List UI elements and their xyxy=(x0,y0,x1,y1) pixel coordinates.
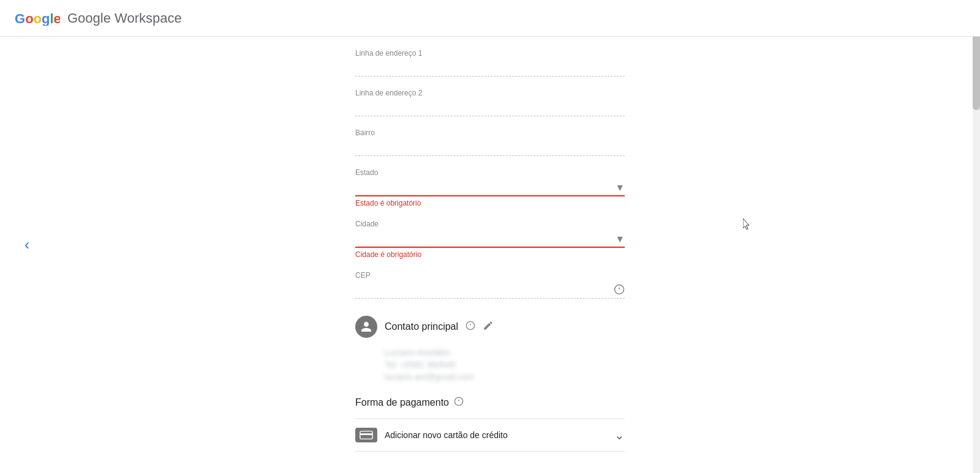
contact-phone: Tel: +5581 994540 xyxy=(385,360,625,370)
form-container: Linha de endereço 1 Linha de endereço 2 … xyxy=(343,49,637,452)
neighborhood-group: Bairro xyxy=(355,128,625,156)
expand-chevron-icon: ⌄ xyxy=(614,428,625,442)
payment-header: Forma de pagamento xyxy=(355,397,625,409)
city-error: Cidade é obrigatório xyxy=(355,250,625,259)
city-row: ▼ xyxy=(355,231,625,248)
contact-name: Luciario Antoldes xyxy=(385,348,625,357)
address-line-1-label: Linha de endereço 1 xyxy=(355,49,625,58)
google-logo: Google xyxy=(15,11,60,26)
cep-row xyxy=(355,282,625,299)
cep-label: CEP xyxy=(355,271,625,280)
svg-rect-11 xyxy=(360,433,372,435)
neighborhood-label: Bairro xyxy=(355,128,625,137)
state-error: Estado é obrigatório xyxy=(355,199,625,207)
back-button[interactable]: ‹ xyxy=(15,233,39,257)
add-card-label: Adicionar novo cartão de crédito xyxy=(385,430,607,440)
payment-info-icon[interactable] xyxy=(454,397,464,409)
cep-info-icon[interactable] xyxy=(614,284,625,297)
state-label: Estado xyxy=(355,168,625,177)
scrollbar-track[interactable] xyxy=(973,0,980,473)
city-group: Cidade ▼ Cidade é obrigatório xyxy=(355,220,625,259)
contact-email: luciario.ant@gmail.com xyxy=(385,372,625,382)
state-group: Estado ▼ Estado é obrigatório xyxy=(355,168,625,207)
city-select[interactable] xyxy=(355,231,625,248)
city-label: Cidade xyxy=(355,220,625,228)
payment-section: Forma de pagamento Adicionar nov xyxy=(355,397,625,452)
address-line-1-group: Linha de endereço 1 xyxy=(355,49,625,76)
cep-group: CEP xyxy=(355,271,625,299)
address-line-2-input[interactable] xyxy=(355,100,625,116)
contact-edit-icon[interactable] xyxy=(483,320,494,334)
address-line-2-label: Linha de endereço 2 xyxy=(355,89,625,97)
contact-title: Contato principal xyxy=(385,321,458,332)
contact-details: Luciario Antoldes Tel: +5581 994540 luci… xyxy=(355,348,625,382)
main-content: Linha de endereço 1 Linha de endereço 2 … xyxy=(0,37,980,464)
chevron-left-icon: ‹ xyxy=(24,236,29,253)
contact-avatar-icon xyxy=(355,316,377,338)
credit-card-icon xyxy=(355,428,377,442)
state-select[interactable] xyxy=(355,179,625,196)
app-name: Google Workspace xyxy=(67,10,182,26)
contact-section-header: Contato principal xyxy=(355,316,625,338)
payment-title: Forma de pagamento xyxy=(355,397,449,408)
add-card-row[interactable]: Adicionar novo cartão de crédito ⌄ xyxy=(355,419,625,452)
app-header: Google Google Workspace xyxy=(0,0,980,37)
state-row: ▼ xyxy=(355,179,625,196)
cep-input[interactable] xyxy=(355,282,625,299)
address-line-2-group: Linha de endereço 2 xyxy=(355,89,625,116)
logo-container: Google Google Workspace xyxy=(15,10,182,26)
svg-text:Google: Google xyxy=(15,11,60,26)
address-line-1-input[interactable] xyxy=(355,60,625,76)
contact-info-icon[interactable] xyxy=(466,321,475,333)
neighborhood-input[interactable] xyxy=(355,140,625,156)
